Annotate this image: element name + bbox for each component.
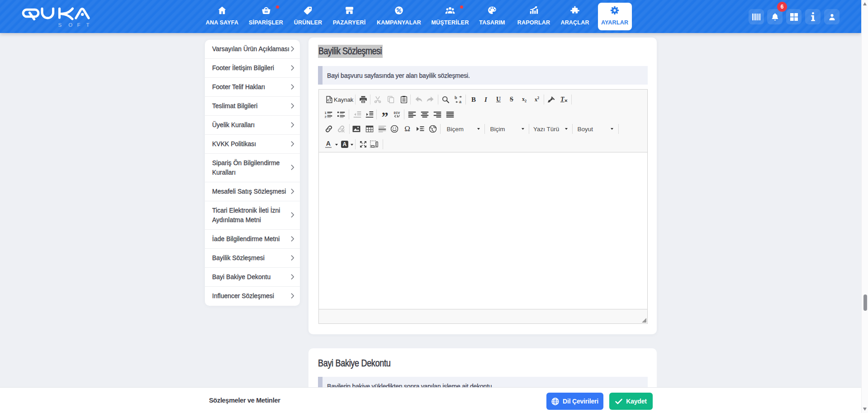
svg-text:O: O [68,22,72,27]
svg-text:DIV: DIV [394,111,400,115]
svg-text:F: F [77,22,81,27]
svg-text:T: T [86,22,90,27]
svg-text:b: b [455,95,457,100]
svg-text:S: S [58,22,62,27]
svg-text:a: a [459,99,462,103]
svg-text:2: 2 [324,114,326,118]
